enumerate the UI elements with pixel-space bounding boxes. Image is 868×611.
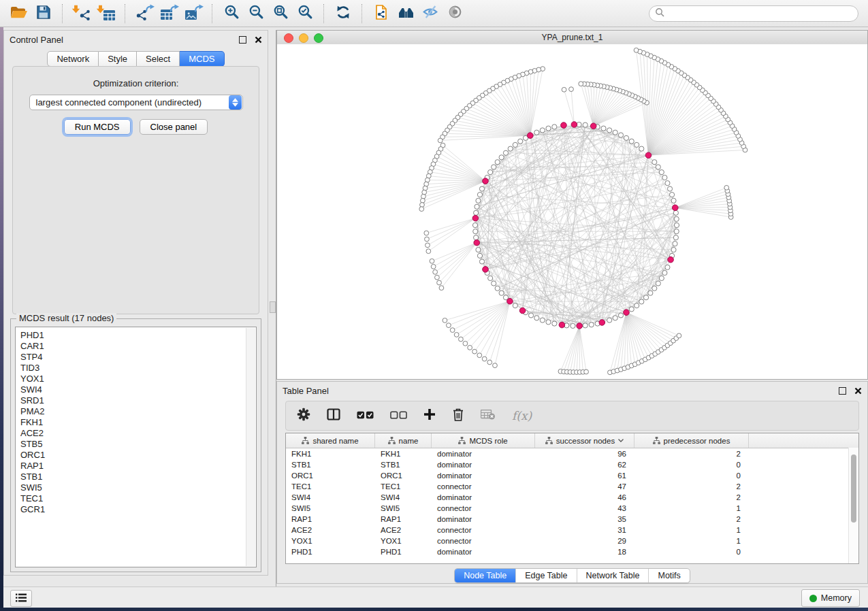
node-table: shared namenameMCDS rolesuccessor nodesp… [285,433,859,564]
show-all-button[interactable] [443,3,467,24]
tab-edge-table[interactable]: Edge Table [515,569,576,582]
float-panel-icon[interactable] [839,387,846,395]
tab-network[interactable]: Network [47,51,99,67]
network-canvas[interactable] [277,44,868,379]
zoom-selected-button[interactable] [293,3,317,24]
table-row[interactable]: TEC1TEC1connector472 [286,481,858,492]
close-window-icon[interactable] [284,33,293,43]
save-session-button[interactable] [31,3,56,24]
tab-network-table[interactable]: Network Table [577,569,649,582]
result-scrollbar[interactable] [246,328,255,566]
result-item[interactable]: SWI4 [20,384,256,395]
delete-table-button[interactable] [481,410,496,423]
mcds-result-group: MCDS result (17 nodes) PHD1CAR1STP4TID3Y… [10,318,261,572]
tab-motifs[interactable]: Motifs [648,569,689,582]
column-header-successor-nodes[interactable]: successor nodes [535,433,634,448]
result-item[interactable]: GCR1 [20,504,256,515]
result-item[interactable]: SWI5 [20,482,256,493]
result-item[interactable]: SRD1 [20,395,256,406]
result-item[interactable]: FKH1 [20,417,256,428]
tab-node-table[interactable]: Node Table [455,569,515,582]
add-column-button[interactable] [423,408,436,423]
column-chooser-button[interactable] [327,408,340,423]
result-item[interactable]: ACE2 [20,428,256,439]
result-item[interactable]: RAP1 [20,461,256,472]
float-panel-icon[interactable] [239,36,246,44]
import-arrow-icon [71,4,80,16]
mcds-result-listbox[interactable]: PHD1CAR1STP4TID3YOX1SWI4SRD1PMA2FKH1ACE2… [15,327,257,567]
table-row[interactable]: ACE2ACE2connector311 [286,525,858,535]
splitter-handle-icon[interactable] [270,301,276,313]
table-cell: connector [432,504,535,512]
memory-button[interactable]: Memory [801,589,860,607]
table-panel: Table Panel f(x) shared namenameMCDS rol… [276,381,868,584]
minimize-window-icon[interactable] [299,33,308,43]
column-header-name[interactable]: name [375,433,432,448]
table-row[interactable]: STB1STB1dominator620 [286,459,858,470]
network-canvas-container[interactable] [277,44,867,379]
memory-status-icon [809,595,817,602]
criterion-select[interactable]: largest connected component (undirected) [29,95,243,110]
tab-select[interactable]: Select [137,51,180,67]
table-settings-button[interactable] [297,408,310,424]
maximize-window-icon[interactable] [314,33,323,43]
export-image-button[interactable] [181,3,206,24]
table-scrollbar[interactable] [848,448,858,563]
table-row[interactable]: ORC1ORC1dominator610 [286,470,858,481]
result-item[interactable]: STB1 [20,472,256,482]
zoom-out-button[interactable] [244,3,268,24]
tab-mcds[interactable]: MCDS [180,51,224,67]
search-box[interactable] [649,5,858,22]
result-item[interactable]: STB5 [20,439,256,450]
table-row[interactable]: YOX1YOX1connector291 [286,535,858,546]
column-header-mcds-role[interactable]: MCDS role [432,433,535,448]
panel-splitter[interactable] [268,30,276,587]
zoom-fit-button[interactable] [268,3,293,24]
delete-column-button[interactable] [452,408,464,424]
select-all-rows-button[interactable] [357,410,374,422]
network-window-titlebar[interactable]: YPA_prune.txt_1 [277,31,867,45]
table-row[interactable]: SWI4SWI4dominator462 [286,492,858,503]
close-panel-button[interactable]: Close panel [140,119,208,135]
table-row[interactable]: RAP1RAP1dominator352 [286,514,858,525]
hide-selected-button[interactable] [418,3,443,24]
close-panel-icon[interactable] [255,36,262,44]
control-panel-header: Control Panel [4,31,268,48]
result-item[interactable]: PHD1 [20,330,256,341]
scrollbar-thumb[interactable] [851,455,856,523]
refresh-icon [336,5,351,22]
column-header-shared-name[interactable]: shared name [286,433,375,448]
table-row[interactable]: FKH1FKH1dominator962 [286,448,858,459]
table-cell: 18 [535,548,634,556]
open-session-button[interactable] [7,3,31,24]
function-builder-button[interactable]: f(x) [512,409,532,423]
deselect-all-rows-button[interactable] [390,410,407,422]
result-item[interactable]: CAR1 [20,341,256,352]
result-item[interactable]: TEC1 [20,493,256,504]
new-network-from-selection-button[interactable] [369,3,393,24]
table-cell: SWI4 [286,493,375,501]
zoom-in-button[interactable] [219,3,244,24]
table-row[interactable]: PHD1PHD1dominator180 [286,546,858,557]
task-history-button[interactable] [10,590,32,607]
export-table-button[interactable] [157,3,181,24]
result-item[interactable]: STP4 [20,352,256,363]
import-network-button[interactable] [69,3,94,24]
result-item[interactable]: ORC1 [20,450,256,461]
import-table-button[interactable] [94,3,118,24]
table-cell: 62 [535,461,634,469]
tab-style[interactable]: Style [99,51,137,67]
table-cell: 2 [634,493,749,501]
run-mcds-button[interactable]: Run MCDS [64,119,131,135]
column-header-predecessor-nodes[interactable]: predecessor nodes [634,433,749,448]
table-row[interactable]: SWI5SWI5connector431 [286,503,858,514]
export-network-button[interactable] [132,3,157,24]
result-item[interactable]: PMA2 [20,406,256,417]
first-neighbors-button[interactable] [393,3,418,24]
zoom-selected-icon [298,4,313,22]
result-item[interactable]: TID3 [20,363,256,374]
apply-layout-button[interactable] [331,3,355,24]
close-panel-icon[interactable] [854,387,862,395]
result-item[interactable]: YOX1 [20,374,256,384]
search-input[interactable] [664,8,852,19]
